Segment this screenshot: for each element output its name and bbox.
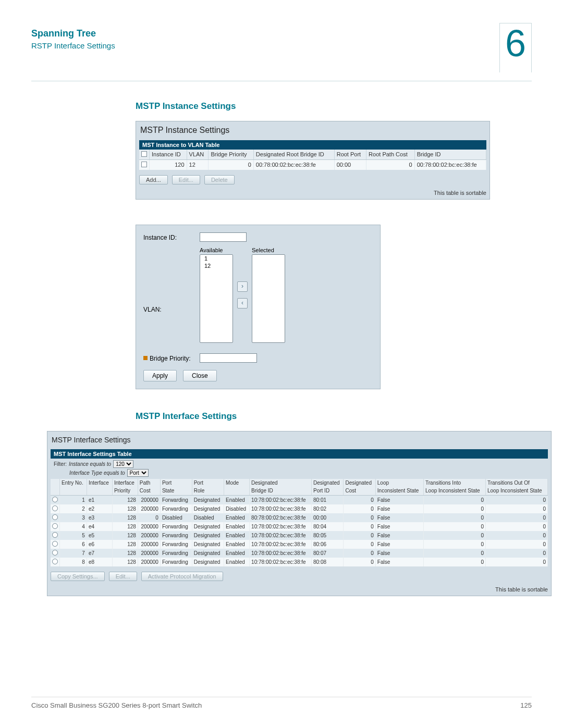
cell-vlan: 12: [187, 159, 209, 170]
table-row[interactable]: 5e5128200000ForwardingDesignatedEnabled1…: [51, 531, 548, 540]
move-left-button[interactable]: ‹: [237, 298, 248, 309]
col-head[interactable]: Port: [160, 479, 192, 487]
row-radio[interactable]: [52, 497, 58, 502]
cell: 128: [112, 504, 138, 513]
table-row[interactable]: 8e8128200000ForwardingDesignatedEnabled1…: [51, 558, 548, 566]
cell: 80:01: [312, 495, 344, 504]
section-heading-mstp-instance: MSTP Instance Settings: [136, 101, 532, 112]
cell: 128: [112, 540, 138, 549]
cell: 10:78:00:02:bc:ec:38:fe: [250, 558, 312, 566]
select-all-checkbox[interactable]: [141, 151, 147, 157]
edit-button[interactable]: Edit...: [109, 572, 137, 581]
cell: 3: [60, 513, 87, 522]
row-radio[interactable]: [52, 541, 58, 547]
col-head[interactable]: Interface: [112, 479, 138, 487]
close-button[interactable]: Close: [183, 370, 217, 381]
col-bridge-priority[interactable]: Bridge Priority: [209, 150, 253, 160]
col-subhead: Priority: [112, 487, 138, 495]
table-row[interactable]: 3e31280DisabledDisabledEnabled80:78:00:0…: [51, 513, 548, 522]
cell: e7: [87, 549, 112, 558]
edit-button[interactable]: Edit...: [172, 175, 200, 184]
col-instance-id[interactable]: Instance ID: [150, 150, 187, 160]
bridge-priority-label: Bridge Priority:: [150, 355, 191, 362]
instance-id-input[interactable]: [200, 232, 247, 242]
bridge-priority-input[interactable]: [200, 353, 257, 363]
cell: 0: [424, 513, 486, 522]
row-radio[interactable]: [52, 505, 58, 511]
col-head[interactable]: Designated: [250, 479, 312, 487]
row-radio[interactable]: [52, 532, 58, 538]
col-head[interactable]: Mode: [224, 479, 250, 487]
cell: False: [375, 522, 423, 531]
row-checkbox[interactable]: [141, 162, 147, 167]
activate-protocol-migration-button[interactable]: Activate Protocol Migration: [141, 572, 223, 581]
table-header-row-2: PriorityCostStateRoleBridge IDPort IDCos…: [51, 487, 548, 495]
col-head[interactable]: Interface: [87, 479, 112, 487]
col-vlan[interactable]: VLAN: [187, 150, 209, 160]
col-root-bridge-id[interactable]: Designated Root Bridge ID: [253, 150, 334, 160]
cell: Enabled: [224, 531, 250, 540]
cell: False: [375, 531, 423, 540]
cell: Enabled: [224, 522, 250, 531]
cell: e3: [87, 513, 112, 522]
cell: 0: [344, 522, 375, 531]
col-head[interactable]: Port: [192, 479, 224, 487]
col-head[interactable]: Entry No.: [60, 479, 87, 487]
col-head[interactable]: Transitions Into: [424, 479, 486, 487]
selected-label: Selected: [252, 247, 285, 253]
col-head[interactable]: Transitions Out Of: [485, 479, 547, 487]
table-caption: MST Interface Settings Table: [51, 449, 548, 459]
add-button[interactable]: Add...: [139, 175, 168, 184]
table-row[interactable]: 2e2128200000ForwardingDesignatedDisabled…: [51, 504, 548, 513]
table-row[interactable]: 4e4128200000ForwardingDesignatedEnabled1…: [51, 522, 548, 531]
cell: 0: [344, 531, 375, 540]
table-row[interactable]: 120 12 0 00:78:00:02:bc:ec:38:fe 00:00 0…: [139, 159, 486, 170]
copy-settings-button[interactable]: Copy Settings...: [51, 572, 105, 581]
apply-button[interactable]: Apply: [143, 370, 177, 381]
col-bridge-id[interactable]: Bridge ID: [414, 150, 486, 160]
footer-page-number: 125: [520, 701, 532, 709]
col-head[interactable]: [51, 479, 60, 487]
cell: Designated: [192, 540, 224, 549]
cell: 10:78:00:02:bc:ec:38:fe: [250, 504, 312, 513]
table-header-row: Instance ID VLAN Bridge Priority Designa…: [139, 150, 486, 160]
cell: Designated: [192, 558, 224, 566]
col-root-port[interactable]: Root Port: [334, 150, 366, 160]
cell: 0: [344, 495, 375, 504]
row-radio[interactable]: [52, 523, 58, 529]
cell: 0: [424, 531, 486, 540]
col-head[interactable]: Path: [138, 479, 160, 487]
selected-listbox[interactable]: [252, 254, 285, 343]
table-row[interactable]: 7e7128200000ForwardingDesignatedEnabled1…: [51, 549, 548, 558]
mst-interface-table: Entry No.InterfaceInterfacePathPortPortM…: [51, 479, 548, 566]
col-head[interactable]: Loop: [375, 479, 423, 487]
cell: 00:00: [312, 513, 344, 522]
row-radio[interactable]: [52, 559, 58, 564]
col-head[interactable]: Designated: [312, 479, 344, 487]
table-row[interactable]: 1e1128200000ForwardingDesignatedEnabled1…: [51, 495, 548, 504]
row-radio[interactable]: [52, 514, 58, 520]
col-subhead: [51, 487, 60, 495]
filter-instance-select[interactable]: 120: [113, 460, 133, 468]
instance-id-label: Instance ID:: [143, 232, 200, 241]
col-head[interactable]: Designated: [344, 479, 375, 487]
delete-button[interactable]: Delete: [204, 175, 235, 184]
cell: False: [375, 495, 423, 504]
required-icon: [143, 356, 148, 360]
filter-iftype-select[interactable]: Port: [127, 469, 149, 477]
row-radio[interactable]: [52, 550, 58, 556]
cell: 10:78:00:02:bc:ec:38:fe: [250, 531, 312, 540]
cell: Disabled: [192, 513, 224, 522]
cell: 200000: [138, 540, 160, 549]
cell: Designated: [192, 549, 224, 558]
panel-title: MSTP Interface Settings: [47, 431, 551, 449]
cell: 0: [424, 522, 486, 531]
cell: 200000: [138, 549, 160, 558]
available-listbox[interactable]: 112: [200, 254, 233, 343]
col-root-path-cost[interactable]: Root Path Cost: [366, 150, 415, 160]
move-right-button[interactable]: ›: [237, 281, 248, 292]
col-subhead: [224, 487, 250, 495]
col-subhead: Cost: [138, 487, 160, 495]
cell: 0: [424, 495, 486, 504]
table-row[interactable]: 6e6128200000ForwardingDesignatedEnabled1…: [51, 540, 548, 549]
